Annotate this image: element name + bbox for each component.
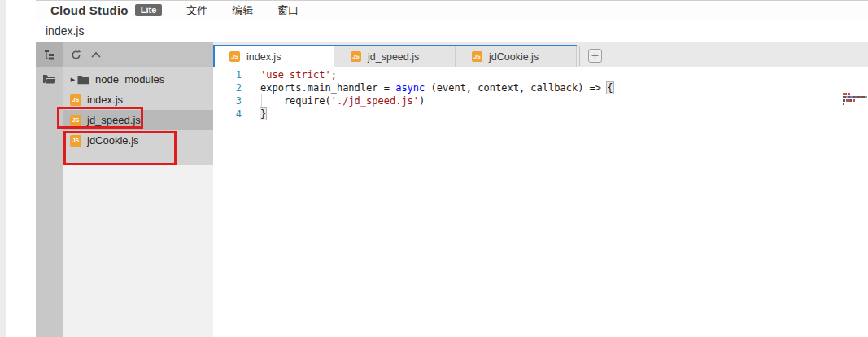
- code-line: 'use strict';: [260, 68, 835, 81]
- tree-item-node-modules[interactable]: ▶ node_modules: [63, 69, 213, 90]
- tab-jdcookie-js[interactable]: JS jdCookie.js: [456, 46, 577, 67]
- code-line: exports.main_handler = async (event, con…: [260, 81, 835, 94]
- tab-jd-speed-js[interactable]: JS jd_speed.js: [334, 46, 456, 67]
- code-lines: 'use strict';exports.main_handler = asyn…: [260, 68, 835, 120]
- collapse-all-icon[interactable]: [91, 51, 101, 58]
- indent-guide: [261, 94, 262, 107]
- js-file-icon: JS: [70, 135, 81, 147]
- line-number: 3: [213, 94, 242, 107]
- minimap-row: [843, 103, 868, 105]
- browser-edge-strip: [0, 0, 6, 337]
- minimap-row: [843, 93, 868, 95]
- line-number: 2: [213, 81, 242, 94]
- code-segment: {: [606, 81, 613, 94]
- activity-bar: [36, 42, 63, 337]
- code-editor[interactable]: 1234 'use strict';exports.main_handler =…: [213, 67, 868, 337]
- plus-icon: [591, 52, 599, 59]
- tab-index-js[interactable]: JS index.js: [213, 46, 334, 67]
- tree-item-jdcookie-js[interactable]: JS jdCookie.js: [63, 130, 213, 151]
- tree-item-label: jdCookie.js: [87, 134, 139, 147]
- breadcrumb-current-file: index.js: [46, 24, 84, 37]
- tree-item-label: node_modules: [95, 73, 164, 85]
- file-tree: ▶ node_modules JS index.js JS jd_speed.j…: [63, 67, 213, 165]
- js-file-icon: JS: [229, 51, 240, 62]
- open-folder-icon: [42, 73, 56, 85]
- lite-badge: Lite: [135, 4, 163, 16]
- tab-label: index.js: [246, 51, 281, 63]
- menu-bar: Cloud Studio Lite 文件 编辑 窗口: [36, 0, 868, 20]
- refresh-icon[interactable]: [71, 50, 81, 60]
- breadcrumb-bar: index.js: [36, 20, 868, 42]
- code-segment: 'use strict';: [260, 69, 337, 81]
- minimap[interactable]: [843, 93, 868, 106]
- line-number: 1: [213, 68, 242, 81]
- tree-item-index-js[interactable]: JS index.js: [63, 90, 213, 110]
- editor-tab-bar: JS index.js JS jd_speed.js JS jdCookie.j…: [213, 42, 868, 67]
- js-file-icon: JS: [70, 115, 81, 126]
- tab-label: jd_speed.js: [368, 51, 419, 63]
- tabs-wrap: JS index.js JS jd_speed.js JS jdCookie.j…: [213, 45, 577, 67]
- menu-item-edit[interactable]: 编辑: [232, 3, 253, 18]
- menu-item-file[interactable]: 文件: [186, 3, 207, 18]
- expand-arrow-icon[interactable]: ▶: [68, 77, 77, 83]
- editor-region: JS index.js JS jd_speed.js JS jdCookie.j…: [213, 42, 868, 337]
- minimap-row: [843, 96, 868, 98]
- new-tab-button[interactable]: [588, 49, 602, 63]
- tab-label: jdCookie.js: [489, 51, 539, 63]
- code-line: }: [260, 107, 835, 120]
- minimap-row: [843, 99, 868, 102]
- tree-outline-icon: [43, 48, 56, 61]
- explorer-toolbar: [63, 42, 213, 67]
- file-explorer-panel: ▶ node_modules JS index.js JS jd_speed.j…: [63, 42, 213, 337]
- tree-item-label: index.js: [87, 94, 123, 106]
- tab-separator: [579, 46, 580, 66]
- code-segment: exports.main_handler =: [260, 82, 395, 94]
- tree-item-jd-speed-js[interactable]: JS jd_speed.js: [63, 110, 213, 130]
- app-logo: Cloud Studio: [50, 3, 129, 17]
- tree-item-label: jd_speed.js: [87, 114, 141, 126]
- js-file-icon: JS: [472, 51, 482, 62]
- menu-item-window[interactable]: 窗口: [277, 3, 299, 18]
- js-file-icon: JS: [351, 51, 361, 62]
- outline-view-button[interactable]: [36, 42, 63, 67]
- file-explorer-button[interactable]: [36, 67, 63, 91]
- code-segment: }: [260, 107, 267, 120]
- code-segment: async: [395, 82, 425, 94]
- code-line: require('./jd_speed.js'): [260, 94, 835, 107]
- folder-icon: [77, 75, 89, 85]
- code-segment: (event, context, callback) =>: [425, 82, 607, 94]
- line-number: 4: [213, 107, 242, 120]
- line-number-gutter: 1234: [213, 68, 248, 120]
- code-segment: require(: [260, 95, 331, 107]
- code-segment: './jd_speed.js': [331, 95, 419, 107]
- code-segment: ): [419, 95, 425, 107]
- js-file-icon: JS: [70, 94, 81, 106]
